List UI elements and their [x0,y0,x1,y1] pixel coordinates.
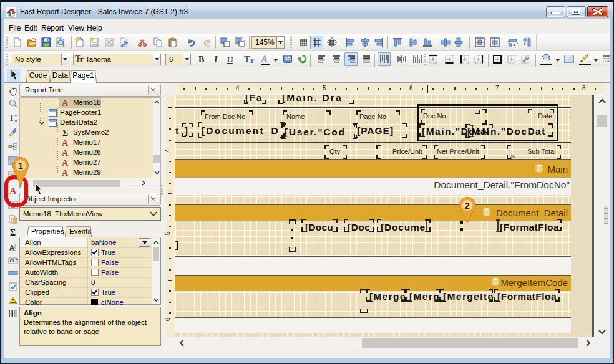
svg-text:A: A [62,168,69,177]
svg-text:A: A [62,158,69,167]
svg-text:2: 2 [465,201,470,211]
svg-text:A: A [62,148,69,157]
svg-text:Σ: Σ [62,128,68,138]
svg-text:Σ: Σ [10,228,16,237]
svg-text:A: A [9,244,14,251]
svg-text:A: A [62,98,69,107]
svg-text:T: T [9,113,15,123]
svg-text:A: A [62,138,69,147]
svg-text:1: 1 [18,161,23,171]
svg-text:OLE: OLE [10,259,19,263]
